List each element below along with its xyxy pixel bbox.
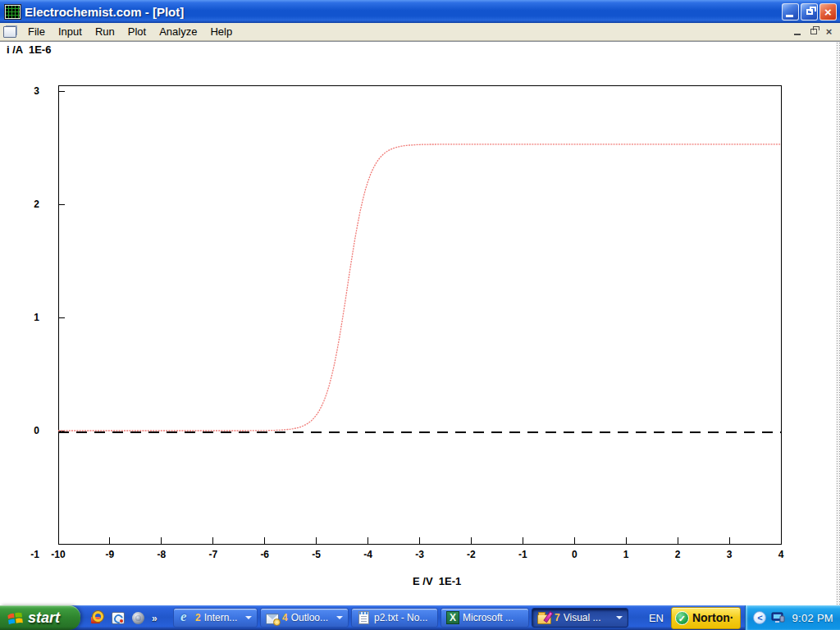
x-tick-label: 1 xyxy=(623,549,629,560)
taskbar-button-microsoft[interactable]: Microsoft ... xyxy=(441,608,529,628)
menu-items: FileInputRunPlotAnalyzeHelp xyxy=(21,24,239,39)
x-tick-label: 4 xyxy=(778,549,784,560)
x-tick-label: -4 xyxy=(363,549,372,560)
start-button[interactable]: start xyxy=(0,605,80,630)
minimize-button[interactable] xyxy=(782,3,799,21)
document-icon[interactable] xyxy=(3,26,16,38)
menu-run[interactable]: Run xyxy=(89,24,121,39)
x-tick-label: 3 xyxy=(727,549,733,560)
notepad-icon xyxy=(358,611,369,624)
plot-frame xyxy=(58,85,781,544)
chevron-down-icon[interactable] xyxy=(336,616,343,619)
quick-launch-overflow-chevron[interactable]: » xyxy=(152,613,158,624)
mdi-edge-pattern xyxy=(836,42,840,605)
menu-analyze[interactable]: Analyze xyxy=(153,24,203,39)
x-tick-label: -10 xyxy=(51,549,66,560)
norton-check-icon: ✓ xyxy=(675,611,689,625)
y-tick-label: -1 xyxy=(30,549,39,560)
internet-explorer-icon xyxy=(179,612,192,624)
app-plot-icon xyxy=(5,5,21,19)
language-indicator[interactable]: EN xyxy=(641,612,671,624)
restore-button[interactable] xyxy=(801,3,818,21)
x-tick-label: -3 xyxy=(415,549,424,560)
x-tick-label: -1 xyxy=(518,549,527,560)
visual-studio-icon xyxy=(537,614,551,624)
y-tick-label: 2 xyxy=(34,199,39,210)
media-player-icon[interactable] xyxy=(132,612,144,624)
outlook-icon xyxy=(266,614,279,624)
chevron-down-icon[interactable] xyxy=(245,616,252,619)
norton-label: Norton· xyxy=(692,611,734,624)
plot-canvas: -10-9-8-7-6-5-4-3-2-1012343210-1 xyxy=(0,42,840,606)
taskbar-button-label: p2.txt - No... xyxy=(374,612,427,623)
taskbar-button-visual[interactable]: 7Visual ... xyxy=(532,608,628,628)
taskbar-button-p2-txt-no[interactable]: p2.txt - No... xyxy=(351,608,438,628)
x-axis-title: E /V 1E-1 xyxy=(413,575,461,587)
voltammogram-curve xyxy=(58,144,781,431)
tray-collapse-chevron-button[interactable]: < xyxy=(753,611,766,624)
taskbar-button-label: Outloo... xyxy=(291,612,328,623)
x-tick-label: -9 xyxy=(106,549,115,560)
grouped-window-count: 4 xyxy=(282,612,288,623)
menu-input[interactable]: Input xyxy=(52,24,89,39)
search-icon[interactable] xyxy=(91,611,104,624)
quick-launch-bar: » xyxy=(80,611,173,624)
task-buttons: 2Intern...4Outloo...p2.txt - No...Micros… xyxy=(173,608,628,628)
x-tick-label: -7 xyxy=(208,549,217,560)
mdi-restore-button[interactable] xyxy=(806,25,820,38)
taskbar-button-intern[interactable]: 2Intern... xyxy=(173,608,258,628)
norton-badge[interactable]: ✓ Norton· xyxy=(671,607,742,629)
display-icon[interactable] xyxy=(771,611,785,624)
x-tick-label: -6 xyxy=(260,549,269,560)
taskbar-button-label: Visual ... xyxy=(564,612,601,623)
y-tick-label: 0 xyxy=(34,425,39,436)
taskbar-clock: 9:02 PM xyxy=(790,612,833,624)
taskbar-button-label: Microsoft ... xyxy=(463,612,514,623)
taskbar-button-label: Intern... xyxy=(204,612,238,623)
x-tick-label: -8 xyxy=(158,549,167,560)
start-label: start xyxy=(28,609,60,627)
excel-icon xyxy=(446,611,459,624)
mdi-minimize-button[interactable] xyxy=(791,25,805,38)
plot-client-area: i /A 1E-6 -10-9-8-7-6-5-4-3-2-1012343210… xyxy=(0,41,840,605)
menu-help[interactable]: Help xyxy=(203,24,239,39)
menu-plot[interactable]: Plot xyxy=(121,24,153,39)
menu-file[interactable]: File xyxy=(21,24,52,39)
grouped-window-count: 2 xyxy=(195,612,201,623)
system-tray: < 9:02 PM xyxy=(745,605,840,630)
x-tick-label: 2 xyxy=(675,549,681,560)
x-tick-label: -5 xyxy=(312,549,321,560)
taskbar: start » 2Intern...4Outloo...p2.txt - No.… xyxy=(0,605,840,630)
menu-bar: FileInputRunPlotAnalyzeHelp × xyxy=(0,23,840,41)
x-tick-label: 0 xyxy=(572,549,578,560)
show-desktop-icon[interactable] xyxy=(112,612,125,624)
y-tick-label: 3 xyxy=(34,85,39,97)
window-title: Electrochemist.com - [Plot] xyxy=(25,5,782,19)
title-bar: Electrochemist.com - [Plot] × xyxy=(0,0,840,23)
grouped-window-count: 7 xyxy=(555,612,560,623)
x-tick-label: -2 xyxy=(467,549,476,560)
y-tick-label: 1 xyxy=(34,312,39,323)
taskbar-button-outloo[interactable]: 4Outloo... xyxy=(260,608,349,628)
close-button[interactable]: × xyxy=(819,3,837,21)
mdi-close-button[interactable]: × xyxy=(822,25,836,38)
windows-flag-icon xyxy=(7,609,24,627)
chevron-down-icon[interactable] xyxy=(616,616,623,619)
desktop: Electrochemist.com - [Plot] × FileInputR… xyxy=(0,0,840,630)
